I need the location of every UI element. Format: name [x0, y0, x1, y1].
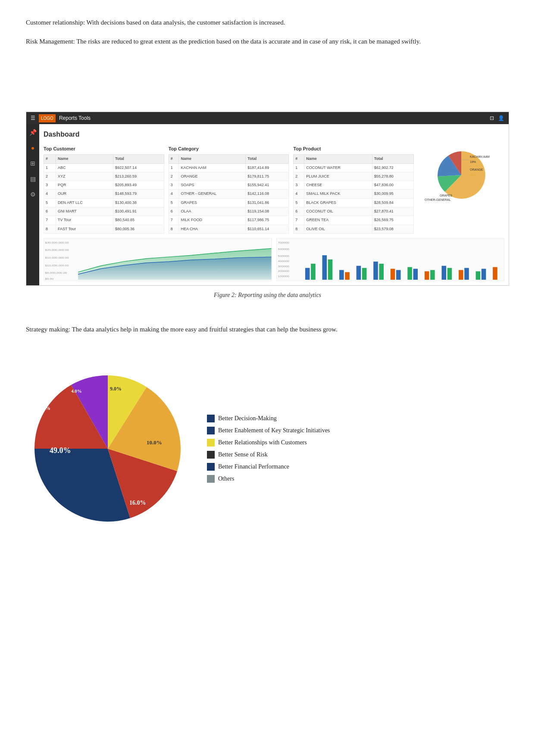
legend-item-6: Others — [207, 473, 330, 485]
svg-rect-41 — [481, 269, 486, 279]
charts-row: $30,000,000.00 $20,000,000.00 $10,000,00… — [44, 238, 504, 281]
svg-rect-25 — [345, 272, 350, 280]
legend-item-1: Better Decision-Making — [207, 412, 330, 425]
svg-rect-23 — [328, 259, 332, 280]
top-category-title: Top Category — [169, 145, 289, 153]
legend-label-4: Better Sense of Risk — [218, 449, 268, 461]
legend-label-6: Others — [218, 473, 234, 485]
large-chart-section: 49.0% 16.0% 10.0% 9.0% 4.0% 6.0% Better … — [26, 367, 509, 531]
nav-grid-icon[interactable]: ⊞ — [30, 159, 35, 169]
svg-text:$10,000,000.00: $10,000,000.00 — [45, 264, 69, 267]
legend-item-4: Better Sense of Risk — [207, 449, 330, 461]
table-row: 1KACHAN AAM$187,414.89 — [169, 163, 289, 172]
svg-text:$5,000,000.00: $5,000,000.00 — [45, 272, 67, 274]
table-row: 5BLACK GRAPES$28,509.84 — [294, 198, 414, 207]
svg-text:700000: 700000 — [278, 241, 289, 244]
col-total: Total — [113, 155, 164, 163]
nav-bar-icon[interactable]: ▤ — [30, 174, 36, 184]
col-hash3: # — [294, 155, 304, 163]
svg-text:200000: 200000 — [278, 270, 289, 272]
legend-item-3: Better Relationships with Customers — [207, 437, 330, 449]
table-row: 4OUR$148,593.79 — [44, 190, 164, 198]
top-product-section: Top Product # Name Total 1COCONUT WATER$… — [293, 145, 414, 234]
col-total3: Total — [372, 155, 413, 163]
top-customer-table: # Name Total 1ABC$922,507.142XYZ$213,260… — [44, 154, 164, 234]
svg-text:$20,000,000.00: $20,000,000.00 — [45, 249, 69, 251]
svg-rect-24 — [339, 270, 344, 280]
legend-label-2: Better Enablement of Key Strategic Initi… — [218, 425, 330, 437]
legend-color-5 — [207, 463, 215, 471]
svg-text:300000: 300000 — [278, 265, 289, 268]
menu-icon[interactable]: ☰ — [31, 114, 35, 122]
dashboard-main: Dashboard Top Customer # Name Total — [39, 124, 509, 285]
svg-text:100000: 100000 — [278, 275, 289, 278]
svg-rect-29 — [379, 264, 384, 280]
svg-text:10.0%: 10.0% — [147, 439, 162, 446]
svg-rect-30 — [390, 269, 395, 279]
tables-row: Top Customer # Name Total 1ABC$922,507.1… — [44, 145, 504, 234]
table-row: 8OLIVE OIL$23,579.08 — [294, 225, 414, 233]
svg-text:18%: 18% — [470, 173, 476, 176]
table-row: 3PQR$205,893.49 — [44, 181, 164, 190]
legend-color-2 — [207, 427, 215, 434]
svg-rect-21 — [311, 264, 316, 280]
svg-rect-36 — [441, 266, 446, 280]
svg-text:GRAPES: GRAPES — [440, 194, 453, 197]
svg-text:400000: 400000 — [278, 260, 289, 262]
top-category-section: Top Category # Name Total 1KACHAN AAM$18… — [169, 145, 289, 234]
nav-pin-icon[interactable]: 📌 — [29, 128, 37, 138]
expand-icon[interactable]: ⊡ — [490, 115, 494, 121]
small-pie-area: KACHAN AAM 19% ORANGE 18% GRAPES OTHER-G… — [418, 145, 504, 234]
table-row: 4OTHER - GENERAL$142,116.08 — [169, 190, 289, 198]
nav-settings-icon[interactable]: ⚙ — [30, 190, 36, 200]
legend-item-5: Better Financial Performance — [207, 461, 330, 473]
dashboard-title: Dashboard — [44, 128, 504, 140]
col-hash2: # — [169, 155, 179, 163]
svg-rect-28 — [373, 262, 378, 280]
user-icon[interactable]: 👤 — [498, 115, 504, 121]
table-row: 5DEN ART LLC$130,400.38 — [44, 198, 164, 207]
svg-text:49.0%: 49.0% — [50, 446, 71, 455]
svg-text:$0.00: $0.00 — [45, 278, 54, 280]
large-pie-chart: 49.0% 16.0% 10.0% 9.0% 4.0% 6.0% — [26, 367, 190, 531]
line-chart: $30,000,000.00 $20,000,000.00 $10,000,00… — [44, 238, 272, 281]
paragraph-customer-relationship: Customer relationship: With decisions ba… — [26, 17, 509, 28]
legend-color-1 — [207, 415, 215, 422]
table-row: 2ORANGE$179,811.75 — [169, 172, 289, 181]
table-row: 5GRAPES$131,041.86 — [169, 198, 289, 207]
paragraph-risk-management: Risk Management: The risks are reduced t… — [26, 36, 509, 47]
svg-text:19%: 19% — [470, 160, 476, 163]
header-title: Reports Tools — [59, 114, 91, 122]
svg-text:ORANGE: ORANGE — [470, 168, 483, 171]
table-row: 3SOAPS$155,942.41 — [169, 181, 289, 190]
dashboard-screenshot: ☰ LOGO Reports Tools ⊡ 👤 📌 ● ⊞ ▤ ⚙ Dashb… — [26, 112, 509, 286]
legend-label-5: Better Financial Performance — [218, 461, 289, 473]
svg-text:OTHER-GENERAL: OTHER-GENERAL — [425, 198, 451, 201]
legend-color-4 — [207, 451, 215, 459]
paragraph-strategy: Strategy making: The data analytics help… — [26, 324, 509, 335]
table-row: 7GREEN TEA$26,569.75 — [294, 216, 414, 225]
table-row: 6GNI MART$100,491.91 — [44, 207, 164, 216]
svg-text:600000: 600000 — [278, 248, 289, 250]
header-actions: ⊡ 👤 — [490, 114, 504, 122]
legend-label-1: Better Decision-Making — [218, 412, 277, 425]
svg-text:$10,000,000.00: $10,000,000.00 — [45, 256, 69, 259]
table-row: 1ABC$922,507.14 — [44, 163, 164, 172]
svg-text:4.0%: 4.0% — [71, 388, 82, 394]
svg-rect-20 — [305, 268, 310, 280]
svg-rect-26 — [356, 266, 361, 280]
svg-text:500000: 500000 — [278, 255, 289, 257]
col-name3: Name — [304, 155, 372, 163]
table-row: 2XYZ$213,260.59 — [44, 172, 164, 181]
svg-rect-22 — [322, 255, 327, 280]
svg-rect-37 — [447, 268, 452, 280]
col-hash: # — [44, 155, 56, 163]
nav-circle-icon[interactable]: ● — [31, 143, 34, 153]
top-customer-section: Top Customer # Name Total 1ABC$922,507.1… — [44, 145, 164, 234]
legend-color-3 — [207, 439, 215, 447]
svg-rect-31 — [396, 270, 400, 280]
svg-text:9.0%: 9.0% — [110, 386, 122, 392]
bar-chart: 700000 600000 500000 400000 300000 20000… — [276, 238, 505, 281]
table-row: 2PLUM JUICE$55,278.80 — [294, 172, 414, 181]
svg-rect-33 — [413, 269, 418, 279]
